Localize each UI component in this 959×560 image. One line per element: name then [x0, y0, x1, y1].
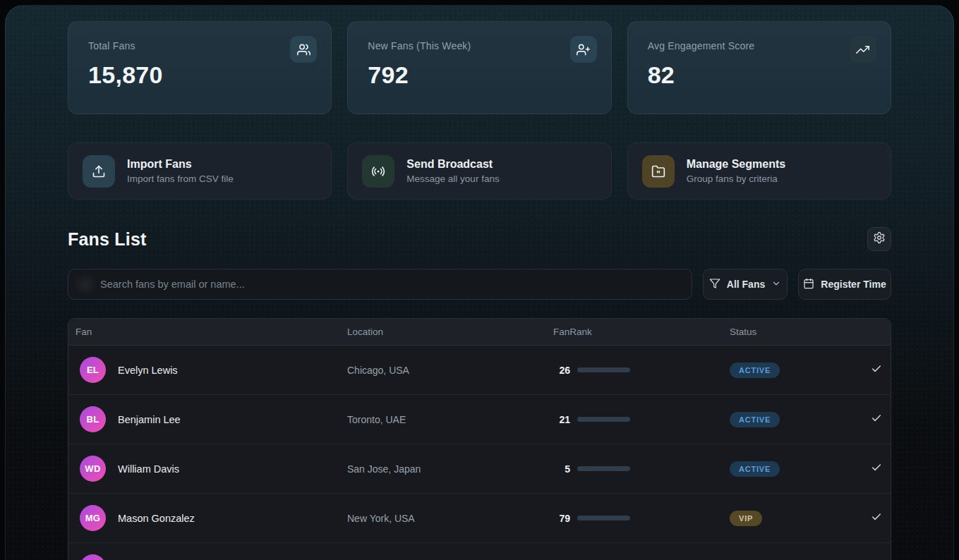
table-body: EL Evelyn Lewis Chicago, USA 26 ACTIVE B…: [68, 346, 891, 560]
main-content: Total Fans 15,870 New Fans (This Week) 7…: [68, 6, 891, 560]
sort-label: Register Time: [821, 279, 886, 290]
gear-icon: [873, 231, 886, 247]
avatar: BL: [80, 406, 106, 432]
status-badge: ACTIVE: [730, 412, 780, 427]
check-icon: [871, 462, 882, 476]
check-icon: [871, 413, 882, 427]
fanrank-cell: 79: [546, 513, 723, 524]
users-icon: [290, 36, 317, 63]
folder-icon: [642, 155, 675, 188]
send-broadcast-button[interactable]: Send Broadcast Message all your fans: [347, 142, 611, 200]
import-fans-button[interactable]: Import Fans Import fans from CSV file: [68, 142, 332, 200]
fanrank-bar: [577, 417, 630, 422]
settings-button[interactable]: [867, 227, 891, 251]
action-subtitle: Import fans from CSV file: [127, 174, 234, 184]
upload-icon: [83, 155, 115, 188]
manage-segments-button[interactable]: Manage Segments Group fans by criteria: [627, 142, 891, 200]
column-header-location: Location: [340, 327, 546, 337]
fan-location: Chicago, USA: [340, 365, 546, 376]
status-badge: ACTIVE: [730, 363, 780, 378]
chevron-down-icon: [771, 279, 781, 291]
table-row[interactable]: [68, 543, 891, 560]
calendar-icon: [803, 278, 814, 291]
fanrank-value: 21: [553, 414, 570, 425]
stat-card-total-fans: Total Fans 15,870: [68, 21, 332, 114]
row-selected[interactable]: [871, 511, 891, 525]
stat-label: Avg Engagement Score: [648, 40, 871, 51]
avatar: MG: [80, 505, 106, 531]
section-header: Fans List: [68, 227, 891, 251]
avatar: WD: [80, 456, 106, 482]
search-wrap: [68, 269, 692, 300]
stat-card-engagement: Avg Engagement Score 82: [627, 21, 891, 114]
action-subtitle: Message all your fans: [406, 174, 499, 184]
actions-row: Import Fans Import fans from CSV file Se…: [68, 142, 891, 200]
fans-table: Fan Location FanRank Status EL Evelyn Le…: [68, 318, 891, 560]
stat-label: New Fans (This Week): [368, 40, 591, 51]
row-selected[interactable]: [871, 462, 891, 476]
table-row[interactable]: WD William Davis San Jose, Japan 5 ACTIV…: [68, 444, 891, 494]
avatar: EL: [80, 357, 106, 383]
action-title: Send Broadcast: [406, 158, 499, 171]
app-frame: Total Fans 15,870 New Fans (This Week) 7…: [5, 5, 954, 560]
status-badge: VIP: [730, 511, 762, 526]
row-selected[interactable]: [871, 413, 891, 427]
column-header-status: Status: [723, 327, 871, 337]
fanrank-bar: [577, 466, 630, 471]
action-title: Import Fans: [127, 158, 234, 171]
fan-location: San Jose, Japan: [340, 463, 546, 475]
stat-card-new-fans: New Fans (This Week) 792: [347, 21, 611, 114]
controls-row: All Fans Register Time: [68, 269, 891, 300]
register-time-button[interactable]: Register Time: [798, 269, 891, 300]
row-selected[interactable]: [871, 363, 891, 377]
user-plus-icon: [570, 36, 597, 63]
fans-filter-dropdown[interactable]: All Fans: [703, 269, 788, 300]
stat-value: 792: [368, 61, 591, 89]
table-row[interactable]: EL Evelyn Lewis Chicago, USA 26 ACTIVE: [68, 346, 891, 395]
table-header: Fan Location FanRank Status: [68, 319, 891, 346]
fanrank-cell: 21: [546, 414, 723, 425]
trending-up-icon: [850, 36, 876, 63]
search-input[interactable]: [68, 269, 692, 300]
filter-label: All Fans: [727, 279, 765, 290]
table-row[interactable]: MG Mason Gonzalez New York, USA 79 VIP: [68, 494, 891, 543]
funnel-icon: [709, 278, 720, 291]
fan-name: Evelyn Lewis: [118, 365, 178, 376]
fan-location: Toronto, UAE: [340, 414, 546, 425]
check-icon: [871, 363, 882, 377]
page-title: Fans List: [68, 229, 147, 250]
avatar: [80, 554, 106, 560]
table-row[interactable]: BL Benjamin Lee Toronto, UAE 21 ACTIVE: [68, 395, 891, 444]
fanrank-cell: 26: [546, 365, 723, 376]
stat-value: 82: [648, 61, 871, 89]
action-subtitle: Group fans by criteria: [687, 174, 785, 184]
column-header-fan: Fan: [68, 327, 340, 337]
fanrank-bar: [577, 516, 630, 521]
stat-value: 15,870: [88, 61, 311, 89]
fan-name: Mason Gonzalez: [118, 513, 195, 524]
stat-label: Total Fans: [88, 40, 311, 51]
fan-name: Benjamin Lee: [118, 414, 181, 425]
fan-name: William Davis: [118, 463, 179, 475]
fanrank-value: 26: [553, 365, 570, 376]
fanrank-bar: [577, 367, 630, 372]
fanrank-value: 5: [553, 463, 570, 475]
fanrank-cell: 5: [546, 463, 723, 475]
status-badge: ACTIVE: [730, 461, 780, 477]
check-icon: [871, 511, 882, 525]
column-header-fanrank: FanRank: [546, 327, 723, 337]
fan-location: New York, USA: [340, 513, 546, 524]
action-title: Manage Segments: [687, 158, 785, 171]
stats-row: Total Fans 15,870 New Fans (This Week) 7…: [68, 21, 891, 114]
fanrank-value: 79: [553, 513, 570, 524]
search-icon: [73, 272, 97, 296]
broadcast-icon: [362, 155, 394, 188]
